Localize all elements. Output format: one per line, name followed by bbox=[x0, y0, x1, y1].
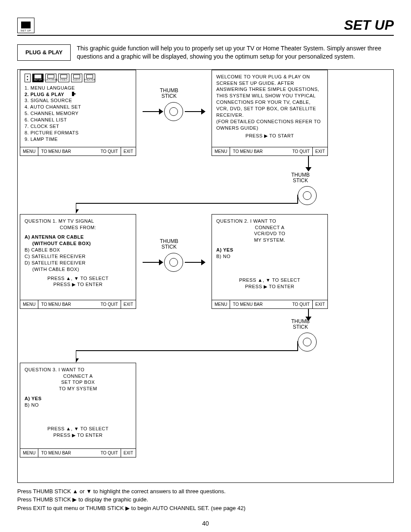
tab-theater: THEATER bbox=[84, 74, 95, 82]
footnote-3: Press EXIT to quit menu or THUMB STICK ▶… bbox=[17, 504, 394, 513]
svg-marker-11 bbox=[201, 259, 206, 265]
panel-footer: MENU TO MENU BAR TO QUIT EXIT bbox=[20, 448, 136, 457]
panel-footer: MENU TO MENU BAR TO QUIT EXIT bbox=[20, 300, 136, 308]
panel-menu: ▲▼ SETUP CUSTOMIZE VIDEO AUDIO THEATER 1… bbox=[20, 70, 136, 156]
menu-item: 1. MENU LANGUAGE bbox=[25, 85, 131, 91]
q1-opt-c: C) SATELLITE RECEIVER bbox=[25, 253, 131, 260]
menu-item: 5. CHANNEL MEMORY bbox=[25, 110, 131, 117]
updown-icon: ▲▼ bbox=[25, 74, 31, 82]
press-enter: PRESS ▶ TO ENTER bbox=[216, 283, 323, 290]
svg-marker-6 bbox=[305, 167, 311, 171]
panel-q2: QUESTION 2. I WANT TO CONNECT A VCR/DVD … bbox=[212, 214, 328, 309]
q2-heading: QUESTION 2. I WANT TO bbox=[216, 218, 323, 224]
tab-video: VIDEO bbox=[58, 74, 69, 82]
footnote-2: Press THUMB STICK ▶ to display the graph… bbox=[17, 495, 394, 504]
menu-item-selected: 2. PLUG & PLAY bbox=[25, 91, 131, 98]
q1-opt-b: B) CABLE BOX bbox=[25, 247, 131, 253]
menu-item: 7. CLOCK SET bbox=[25, 123, 131, 130]
press-enter: PRESS ▶ TO ENTER bbox=[25, 432, 131, 439]
menu-item: 9. LAMP TIME bbox=[25, 136, 131, 143]
connector-line bbox=[76, 195, 317, 214]
q1-heading2: COMES FROM: bbox=[25, 224, 131, 231]
q3-heading2: CONNECT A bbox=[25, 373, 131, 380]
q3-heading4: TO MY SYSTEM bbox=[25, 386, 131, 392]
thumb-stick-label: THUMB STICK bbox=[160, 239, 178, 250]
svg-marker-0 bbox=[72, 92, 76, 96]
arrow-right-icon bbox=[185, 105, 206, 118]
menu-item: 4. AUTO CHANNEL SET bbox=[25, 104, 131, 110]
press-select: PRESS ▲, ▼ TO SELECT bbox=[25, 426, 131, 432]
q3-opt-a: A) YES bbox=[25, 395, 131, 402]
q1-opt-a2: (WITHOUT CABLE BOX) bbox=[25, 240, 131, 247]
panel-footer: MENU TO MENU BAR TO QUIT EXIT bbox=[212, 300, 327, 308]
footnote-1: Press THUMB STICK ▲ or ▼ to highlight th… bbox=[17, 487, 394, 496]
footnotes: Press THUMB STICK ▲ or ▼ to highlight th… bbox=[17, 487, 394, 513]
thumb-stick-label: THUMB STICK bbox=[291, 319, 310, 330]
press-select: PRESS ▲, ▼ TO SELECT bbox=[25, 275, 131, 282]
panel-footer: MENU TO MENU BAR TO QUIT EXIT bbox=[212, 147, 327, 156]
thumbstick-icon bbox=[164, 102, 183, 121]
svg-marker-4 bbox=[201, 109, 206, 115]
setup-tv-icon: SET UP bbox=[17, 18, 34, 33]
q3-opt-b: B) NO bbox=[25, 402, 131, 408]
welcome-text: WELCOME TO YOUR PLUG & PLAY ON SCREEN SE… bbox=[216, 74, 323, 118]
thumb-stick-label: THUMB STICK bbox=[291, 172, 310, 184]
q3-heading3: SET TOP BOX bbox=[25, 379, 131, 386]
q2-heading3: VCR/DVD TO bbox=[216, 230, 323, 237]
press-enter: PRESS ▶ TO ENTER bbox=[25, 281, 131, 288]
arrow-right-icon bbox=[72, 92, 76, 96]
menu-item: 6. CHANNEL LIST bbox=[25, 117, 131, 123]
q2-heading2: CONNECT A bbox=[216, 224, 323, 231]
q1-opt-d2: (WITH CABLE BOX) bbox=[25, 266, 131, 273]
q1-opt-d: D) SATELLITE RECEIVER bbox=[25, 260, 131, 266]
header-bar: SET UP SET UP bbox=[17, 17, 394, 36]
q1-heading: QUESTION 1. MY TV SIGNAL bbox=[25, 218, 131, 224]
svg-marker-14 bbox=[76, 358, 79, 363]
tab-setup: SETUP bbox=[32, 74, 44, 82]
panel-footer: MENU TO MENU BAR TO QUIT EXIT bbox=[20, 147, 136, 156]
q2-heading4: MY SYSTEM. bbox=[216, 237, 323, 243]
q3-heading: QUESTION 3. I WANT TO bbox=[25, 367, 131, 373]
press-start: PRESS ▶ TO START bbox=[216, 133, 323, 139]
intro-text: This graphic guide function will help yo… bbox=[77, 44, 394, 61]
menu-item: 8. PICTURE FORMATS bbox=[25, 130, 131, 136]
svg-marker-9 bbox=[159, 259, 163, 265]
page-title: SET UP bbox=[344, 17, 394, 33]
svg-marker-7 bbox=[76, 209, 79, 214]
arrow-right-icon bbox=[143, 105, 163, 118]
panel-q3: QUESTION 3. I WANT TO CONNECT A SET TOP … bbox=[20, 363, 136, 457]
tab-customize: CUSTOMIZE bbox=[45, 74, 56, 82]
arrow-down-icon bbox=[302, 156, 315, 171]
arrow-right-icon bbox=[185, 256, 206, 269]
press-select: PRESS ▲, ▼ TO SELECT bbox=[216, 277, 323, 283]
tab-audio: AUDIO bbox=[71, 74, 82, 82]
connector-line bbox=[76, 341, 317, 363]
page-number: 40 bbox=[17, 520, 394, 527]
menu-tab-icons: ▲▼ SETUP CUSTOMIZE VIDEO AUDIO THEATER bbox=[25, 74, 131, 82]
welcome-note: (FOR DETAILED CONNECTIONS REFER TO OWNER… bbox=[216, 118, 323, 131]
q1-opt-a: A) ANTENNA OR CABLE bbox=[25, 234, 131, 240]
intro-row: PLUG & PLAY This graphic guide function … bbox=[17, 44, 394, 61]
svg-marker-2 bbox=[159, 109, 163, 115]
q2-opt-a: A) YES bbox=[216, 247, 323, 253]
thumb-stick-label: THUMB STICK bbox=[160, 88, 178, 99]
menu-item: 3. SIGNAL SOURCE bbox=[25, 97, 131, 104]
q2-opt-b: B) NO bbox=[216, 253, 323, 260]
arrow-right-icon bbox=[143, 256, 163, 269]
panel-welcome: WELCOME TO YOUR PLUG & PLAY ON SCREEN SE… bbox=[212, 70, 328, 156]
panel-q1: QUESTION 1. MY TV SIGNAL COMES FROM: A) … bbox=[20, 214, 136, 309]
flow-diagram: ▲▼ SETUP CUSTOMIZE VIDEO AUDIO THEATER 1… bbox=[17, 69, 394, 483]
thumbstick-icon bbox=[164, 253, 183, 272]
section-label: PLUG & PLAY bbox=[17, 44, 71, 61]
